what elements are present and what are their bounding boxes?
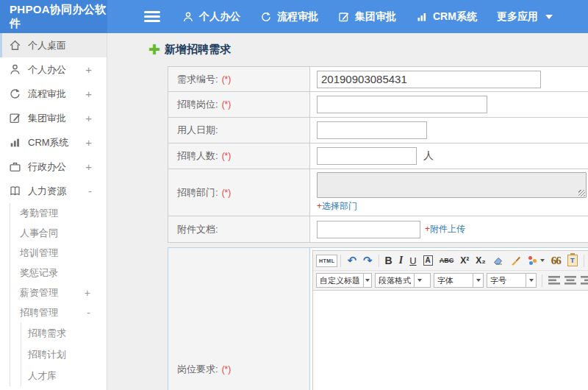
headcount-input[interactable] (317, 147, 417, 165)
caret-down-icon (545, 15, 553, 19)
nav-label: 集团审批 (355, 10, 396, 24)
redo-button[interactable]: ↷ (360, 253, 376, 268)
expand-icon[interactable]: + (85, 288, 90, 298)
sidebar-item-label: 考勤管理 (20, 207, 58, 220)
field-label: 需求编号: (177, 73, 218, 86)
toolbar-separator (379, 255, 379, 267)
paste-as-text-button[interactable]: T (564, 253, 581, 268)
bold-button[interactable]: B (382, 253, 395, 268)
toolbar-separator (542, 274, 542, 287)
bar-chart-icon (416, 11, 428, 23)
nav-process-approval[interactable]: 流程审批 (260, 10, 318, 24)
toolbar-separator (340, 255, 341, 267)
align-center-icon (564, 275, 577, 286)
format-brush-button[interactable] (507, 253, 524, 268)
undo-button[interactable]: ↶ (344, 253, 359, 268)
process-approval-icon (9, 88, 21, 100)
menu-toggle-icon[interactable] (144, 9, 160, 24)
attachment-input[interactable] (317, 221, 420, 238)
sidebar-item-admin-office[interactable]: 行政办公 + (0, 155, 107, 179)
sidebar-item-label: 人才库 (28, 369, 57, 383)
collapse-icon[interactable]: - (87, 308, 90, 318)
align-left-button[interactable] (548, 274, 561, 286)
expand-icon[interactable]: + (85, 64, 92, 75)
custom-heading-select[interactable]: 自定义标题 (316, 273, 372, 288)
field-label: 招聘部门: (177, 186, 218, 199)
html-source-button[interactable]: HTML (316, 255, 337, 267)
editor-content[interactable] (313, 291, 588, 390)
nav-label: 流程审批 (277, 10, 318, 24)
sidebar-item-talent-pool[interactable]: 人才库 (21, 365, 107, 386)
edit-square-icon (338, 11, 350, 23)
eraser-button[interactable] (490, 253, 506, 268)
sidebar-item-recruitment-plan[interactable]: 招聘计划 (21, 344, 107, 365)
attachment-upload-link[interactable]: +附件上传 (425, 223, 465, 235)
sidebar-item-label: 奖惩记录 (20, 266, 58, 280)
select-department-link[interactable]: +选择部门 (317, 200, 357, 213)
sidebar-item-label: 招聘需求 (28, 327, 66, 340)
underline-button[interactable]: U (406, 253, 419, 268)
top-nav: 个人办公 流程审批 集团审批 CRM系统 更多应用 (182, 10, 553, 24)
brush-icon (510, 255, 521, 266)
sidebar-item-label: 招聘管理 (20, 306, 58, 319)
sidebar-item-process-approval[interactable]: 流程审批 + (0, 82, 107, 106)
sidebar-item-label: 集团审批 (28, 112, 66, 125)
font-size-select[interactable]: 字号 (487, 273, 537, 288)
clipboard-icon: T (567, 255, 578, 266)
superscript-button[interactable]: X² (457, 253, 472, 268)
collapse-icon[interactable]: - (88, 185, 92, 196)
page-title-row: ✚ 新增招聘需求 (148, 41, 588, 57)
eraser-icon (492, 255, 503, 266)
expand-icon[interactable]: + (85, 161, 92, 172)
nav-label: 个人办公 (199, 10, 240, 24)
sidebar-item-training-mgmt[interactable]: 培训管理 (10, 243, 107, 263)
sidebar-item-group-approval[interactable]: 集团审批 + (0, 106, 107, 130)
sidebar-item-personal-office[interactable]: 个人办公 + (0, 57, 107, 82)
expand-icon[interactable]: + (85, 113, 92, 124)
color-dots-icon (528, 255, 538, 266)
paragraph-format-select[interactable]: 段落格式 (375, 273, 431, 288)
position-input[interactable] (317, 96, 487, 113)
sidebar-item-salary-mgmt[interactable]: 薪资管理 + (10, 283, 107, 302)
employment-date-input[interactable] (317, 121, 427, 139)
strikethrough-button[interactable]: ABC (437, 253, 457, 268)
nav-crm-system[interactable]: CRM系统 (416, 10, 477, 24)
field-label: 招聘岗位: (177, 98, 218, 111)
sidebar-item-crm-system[interactable]: CRM系统 + (0, 130, 107, 155)
top-header: PHPOA协同办公软件 个人办公 流程审批 集团审批 CRM系统 更多应用 (0, 0, 588, 33)
expand-icon[interactable]: + (85, 137, 92, 148)
italic-button[interactable]: I (396, 253, 406, 268)
sidebar-item-label: CRM系统 (28, 136, 69, 149)
nav-group-approval[interactable]: 集团审批 (338, 10, 396, 24)
font-family-select[interactable]: 字体 (434, 273, 484, 288)
align-center-button[interactable] (564, 274, 577, 286)
app-logo[interactable]: PHPOA协同办公软件 (0, 0, 107, 33)
font-style-button[interactable]: A (420, 253, 436, 268)
sidebar-item-human-resources[interactable]: 人力资源 - (0, 179, 107, 203)
sidebar-item-personnel-contract[interactable]: 人事合同 (10, 223, 107, 243)
resize-grip-icon[interactable] (578, 190, 585, 196)
caret-down-icon (365, 279, 370, 282)
sidebar-item-label: 人力资源 (28, 185, 66, 198)
nav-personal-office[interactable]: 个人办公 (182, 10, 240, 24)
expand-icon[interactable]: + (85, 88, 92, 99)
required-mark: (*) (222, 99, 232, 110)
required-mark: (*) (222, 151, 232, 161)
rich-text-editor: HTML ↶ ↷ B I U A ABC X² X₂ 66 T (312, 250, 588, 390)
align-right-button[interactable] (580, 274, 588, 286)
format-clear-button[interactable] (525, 253, 548, 268)
sidebar-item-reward-punishment[interactable]: 奖惩记录 (10, 263, 107, 283)
subscript-button[interactable]: X₂ (473, 253, 488, 268)
sidebar-item-personal-desktop[interactable]: 个人桌面 (0, 33, 107, 57)
nav-more-apps[interactable]: 更多应用 (497, 10, 553, 24)
required-mark: (*) (222, 74, 232, 85)
sidebar-item-recruitment-demand[interactable]: 招聘需求 (21, 322, 107, 344)
sidebar-item-attendance-mgmt[interactable]: 考勤管理 (10, 203, 107, 223)
form-row-demand-number: 需求编号: (*) (168, 67, 588, 92)
sidebar-item-recruitment-mgmt[interactable]: 招聘管理 - (10, 302, 107, 322)
demand-number-input[interactable] (317, 71, 541, 88)
blockquote-button[interactable]: 66 (548, 253, 564, 268)
department-textarea[interactable] (317, 172, 587, 198)
sidebar-item-label: 个人办公 (28, 63, 66, 77)
plus-glyph: + (425, 224, 430, 234)
